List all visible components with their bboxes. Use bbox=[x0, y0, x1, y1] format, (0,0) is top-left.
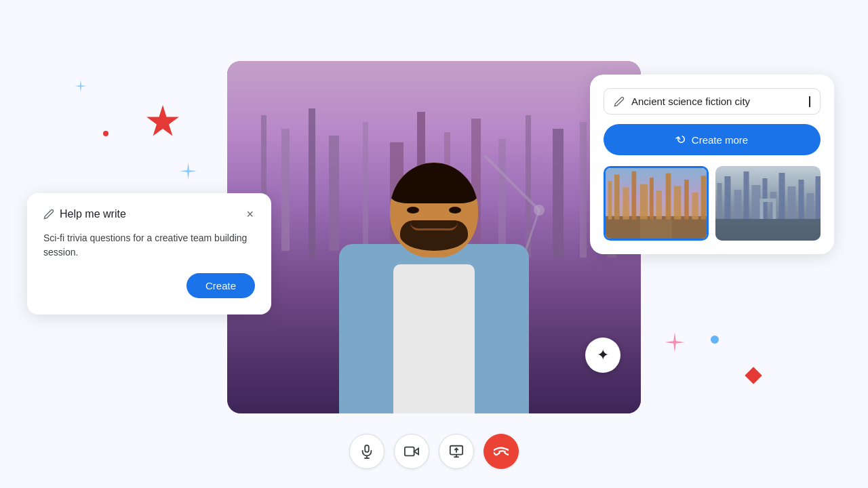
svg-rect-31 bbox=[640, 220, 672, 239]
image-thumb-1[interactable] bbox=[604, 166, 709, 241]
svg-rect-28 bbox=[684, 180, 689, 220]
svg-rect-42 bbox=[799, 180, 804, 220]
svg-rect-21 bbox=[623, 187, 629, 219]
person-shirt bbox=[339, 244, 529, 413]
svg-rect-33 bbox=[717, 183, 722, 220]
end-call-button[interactable] bbox=[484, 434, 519, 469]
svg-rect-35 bbox=[734, 190, 742, 220]
svg-rect-53 bbox=[405, 447, 414, 456]
svg-rect-11 bbox=[553, 129, 564, 258]
svg-rect-34 bbox=[725, 176, 731, 220]
svg-rect-49 bbox=[365, 445, 369, 452]
svg-rect-41 bbox=[788, 186, 796, 220]
share-screen-button[interactable] bbox=[439, 434, 474, 469]
svg-rect-22 bbox=[632, 171, 637, 220]
prompt-input-row[interactable]: Ancient science fiction city bbox=[604, 88, 821, 115]
image-gen-card: Ancient science fiction city ↻ Create mo… bbox=[590, 75, 834, 254]
person-inner-shirt bbox=[393, 264, 475, 413]
end-call-icon bbox=[494, 444, 509, 459]
help-write-body: Sci-fi trivia questions for a creative t… bbox=[43, 231, 255, 260]
camera-button[interactable] bbox=[394, 434, 429, 469]
svg-rect-48 bbox=[760, 199, 776, 202]
sparkle-icon: ✦ bbox=[597, 346, 609, 364]
svg-rect-27 bbox=[674, 186, 681, 219]
refresh-icon: ↻ bbox=[673, 131, 689, 149]
svg-rect-23 bbox=[640, 184, 648, 220]
camera-icon bbox=[404, 444, 419, 459]
call-controls bbox=[349, 434, 519, 469]
dot-red-icon bbox=[103, 131, 108, 136]
pencil-icon bbox=[43, 209, 54, 220]
svg-rect-26 bbox=[666, 174, 671, 220]
svg-rect-46 bbox=[760, 200, 764, 219]
card-title-row: Help me write bbox=[43, 208, 126, 220]
create-more-button[interactable]: ↻ Create more bbox=[604, 124, 821, 155]
svg-marker-52 bbox=[414, 448, 418, 454]
svg-rect-43 bbox=[807, 193, 814, 220]
svg-rect-37 bbox=[752, 185, 761, 220]
mic-button[interactable] bbox=[349, 434, 384, 469]
svg-rect-44 bbox=[816, 176, 821, 220]
svg-rect-25 bbox=[656, 190, 663, 220]
image-grid bbox=[604, 166, 821, 241]
person-avatar bbox=[326, 156, 542, 413]
svg-rect-1 bbox=[281, 129, 290, 251]
prompt-text: Ancient science fiction city bbox=[631, 96, 802, 107]
sparkle-pink-icon bbox=[665, 332, 685, 352]
help-me-write-card: Help me write × Sci-fi trivia questions … bbox=[27, 193, 271, 314]
svg-rect-29 bbox=[692, 192, 698, 220]
create-button[interactable]: Create bbox=[186, 273, 255, 298]
create-more-label: Create more bbox=[692, 134, 748, 146]
diamond-red-icon bbox=[745, 367, 762, 384]
svg-rect-12 bbox=[580, 122, 587, 258]
svg-rect-24 bbox=[650, 178, 654, 219]
svg-rect-40 bbox=[779, 173, 785, 220]
sparkle-blue-medium-icon bbox=[180, 163, 197, 180]
svg-rect-47 bbox=[773, 200, 776, 219]
dot-blue-icon bbox=[711, 336, 719, 344]
sparkle-red-icon bbox=[146, 105, 180, 139]
video-feed: ✦ bbox=[227, 61, 641, 413]
sparkle-blue-small-icon bbox=[75, 80, 87, 92]
svg-rect-36 bbox=[744, 171, 749, 220]
help-write-title: Help me write bbox=[60, 208, 126, 220]
svg-rect-45 bbox=[715, 219, 821, 241]
svg-rect-2 bbox=[309, 108, 315, 258]
svg-rect-20 bbox=[614, 174, 620, 219]
share-screen-icon bbox=[449, 444, 464, 459]
prompt-pencil-icon bbox=[614, 96, 625, 107]
image-thumb-2[interactable] bbox=[715, 166, 821, 241]
ai-sparkle-button[interactable]: ✦ bbox=[585, 338, 620, 373]
card-header: Help me write × bbox=[43, 207, 255, 222]
svg-rect-19 bbox=[608, 181, 612, 220]
svg-rect-30 bbox=[701, 176, 707, 219]
close-button[interactable]: × bbox=[245, 207, 255, 222]
mic-icon bbox=[359, 444, 374, 459]
text-cursor bbox=[809, 96, 810, 107]
